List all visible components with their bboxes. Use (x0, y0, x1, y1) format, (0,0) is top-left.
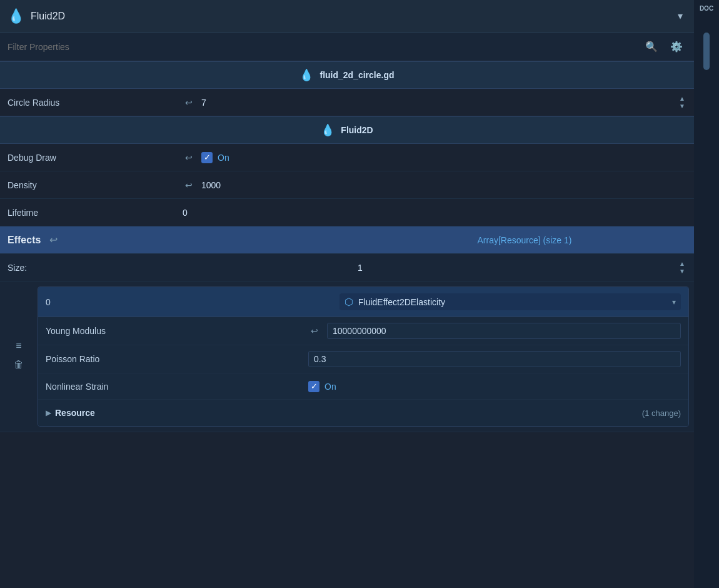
chevron-right-icon: ▶ (46, 408, 51, 417)
density-reset[interactable]: ↩ (183, 179, 195, 191)
debug-draw-checkbox[interactable]: ✓ (201, 152, 213, 163)
density-label: Density (8, 180, 183, 190)
effects-array-link[interactable]: Array[Resource] (size 1) (478, 235, 572, 245)
size-row: Size: 1 ▲ ▼ (0, 254, 694, 281)
doc-label: DOC (700, 5, 713, 12)
fluid2d-section-header: 💧 Fluid2D (0, 116, 694, 144)
array-left-controls: ≡ 🗑 (0, 281, 38, 432)
debug-draw-reset[interactable]: ↩ (183, 151, 195, 164)
search-button[interactable]: 🔍 (641, 38, 661, 55)
debug-draw-row: Debug Draw ↩ ✓ On (0, 144, 694, 171)
size-spinner[interactable]: ▲ ▼ (678, 260, 686, 275)
nonlinear-checkmark-icon: ✓ (311, 382, 318, 390)
fluid2d-icon: 💧 (8, 8, 24, 24)
filter-bar: 🔍 ⚙️ (0, 33, 694, 61)
delete-button[interactable]: 🗑 (11, 357, 26, 373)
dropdown-arrow-icon: ▾ (672, 298, 676, 307)
nonlinear-strain-label: Nonlinear Strain (46, 382, 308, 392)
trash-icon: 🗑 (14, 359, 24, 370)
density-row: Density ↩ 1000 (0, 171, 694, 199)
debug-draw-checkbox-container: ✓ On (201, 152, 229, 163)
effects-reset[interactable]: ↩ (47, 233, 60, 247)
effect-name: FluidEffect2DElasticity (358, 297, 667, 307)
script-section-header: 💧 fluid_2d_circle.gd (0, 61, 694, 89)
lifetime-label: Lifetime (8, 208, 183, 218)
circle-radius-reset[interactable]: ↩ (183, 96, 195, 109)
search-icon: 🔍 (645, 41, 658, 53)
drag-handle-icon[interactable]: ≡ (16, 340, 21, 352)
circle-radius-up[interactable]: ▲ (678, 95, 686, 103)
effect-dropdown[interactable]: ⬡ FluidEffect2DElasticity ▾ (339, 293, 681, 310)
array-index: 0 (46, 297, 333, 307)
filter-input[interactable] (8, 42, 133, 52)
young-modulus-label: Young Modulus (46, 326, 308, 336)
lifetime-row: Lifetime 0 (0, 199, 694, 226)
lifetime-value: 0 (183, 208, 188, 218)
chevron-down-button[interactable]: ▾ (674, 8, 686, 24)
circle-radius-row: Circle Radius ↩ 7 ▲ ▼ (0, 89, 694, 116)
top-bar-title: Fluid2D (31, 11, 65, 22)
young-modulus-value: 10000000000 (327, 323, 681, 339)
debug-draw-label: Debug Draw (8, 153, 183, 163)
effect-icon: ⬡ (344, 296, 353, 308)
array-container: ≡ 🗑 0 ⬡ FluidEffect2DElasticity ▾ (0, 281, 694, 432)
scrollbar-track: DOC (694, 0, 719, 588)
poisson-ratio-label: Poisson Ratio (46, 354, 308, 364)
chevron-down-icon: ▾ (678, 10, 683, 22)
size-label: Size: (8, 263, 358, 273)
size-value: 1 (358, 263, 363, 273)
array-item-header: 0 ⬡ FluidEffect2DElasticity ▾ (38, 287, 688, 317)
circle-radius-spinner[interactable]: ▲ ▼ (678, 95, 686, 110)
nonlinear-strain-checkbox[interactable]: ✓ (308, 381, 319, 392)
nonlinear-strain-on-label: On (324, 382, 336, 392)
poisson-ratio-row: Poisson Ratio 0.3 (38, 345, 688, 373)
resource-changes: (1 change) (642, 408, 681, 418)
nonlinear-strain-checkbox-container: ✓ On (308, 381, 336, 392)
circle-radius-label: Circle Radius (8, 98, 183, 108)
settings-icon: ⚙️ (670, 41, 683, 53)
resource-label: Resource (55, 408, 95, 418)
young-modulus-row: Young Modulus ↩ 10000000000 (38, 317, 688, 345)
fluid2d-section-icon: 💧 (321, 123, 334, 137)
script-title: fluid_2d_circle.gd (319, 70, 394, 80)
fluid2d-section-title: Fluid2D (341, 125, 373, 135)
poisson-ratio-value: 0.3 (308, 351, 681, 367)
resource-row[interactable]: ▶ Resource (1 change) (38, 400, 688, 426)
array-content: 0 ⬡ FluidEffect2DElasticity ▾ Young Modu… (38, 286, 689, 427)
debug-draw-on-label: On (218, 153, 229, 163)
size-up[interactable]: ▲ (678, 260, 686, 268)
scrollbar-thumb[interactable] (703, 33, 710, 70)
nonlinear-strain-row: Nonlinear Strain ✓ On (38, 373, 688, 400)
top-bar: 💧 Fluid2D ▾ (0, 0, 694, 33)
effects-row: Effects ↩ Array[Resource] (size 1) (0, 226, 694, 254)
circle-radius-down[interactable]: ▼ (678, 103, 686, 110)
script-icon: 💧 (299, 68, 313, 82)
circle-radius-value: 7 (201, 98, 206, 108)
young-modulus-reset[interactable]: ↩ (308, 325, 321, 337)
size-down[interactable]: ▼ (678, 268, 686, 275)
checkmark-icon: ✓ (204, 153, 211, 161)
effects-label: Effects (8, 235, 41, 246)
density-value: 1000 (201, 180, 221, 190)
settings-button[interactable]: ⚙️ (666, 38, 686, 55)
